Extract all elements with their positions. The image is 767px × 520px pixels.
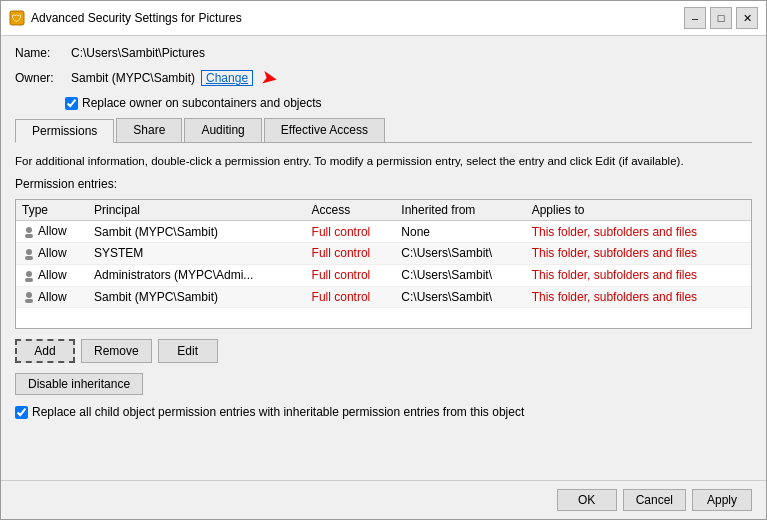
minimize-button[interactable]: – [684,7,706,29]
tab-effective-access[interactable]: Effective Access [264,118,385,142]
cell-type: Allow [16,286,88,308]
cell-applies: This folder, subfolders and files [526,286,751,308]
add-button[interactable]: Add [15,339,75,363]
table-row[interactable]: Allow Administrators (MYPC\Admi... Full … [16,264,751,286]
footer: OK Cancel Apply [1,480,766,519]
svg-rect-7 [25,278,33,282]
tabs-bar: Permissions Share Auditing Effective Acc… [15,118,752,143]
permission-entries-label: Permission entries: [15,177,752,191]
svg-rect-9 [25,299,33,303]
replace-permissions-label: Replace all child object permission entr… [32,405,524,419]
cell-access: Full control [306,221,396,243]
svg-point-6 [26,271,32,277]
cell-type: Allow [16,242,88,264]
svg-rect-3 [25,234,33,238]
arrow-indicator: ➤ [259,65,280,92]
tab-share[interactable]: Share [116,118,182,142]
col-access: Access [306,200,396,221]
replace-permissions-row: Replace all child object permission entr… [15,405,752,419]
cancel-button[interactable]: Cancel [623,489,686,511]
change-link[interactable]: Change [201,70,253,86]
cell-access: Full control [306,242,396,264]
cell-inherited: C:\Users\Sambit\ [395,286,525,308]
close-button[interactable]: ✕ [736,7,758,29]
title-controls: – □ ✕ [684,7,758,29]
cell-principal: Sambit (MYPC\Sambit) [88,286,306,308]
ok-button[interactable]: OK [557,489,617,511]
cell-type: Allow [16,264,88,286]
svg-text:🛡: 🛡 [12,13,22,24]
window-title: Advanced Security Settings for Pictures [31,11,684,25]
content-area: Name: C:\Users\Sambit\Pictures Owner: Sa… [1,36,766,480]
apply-button[interactable]: Apply [692,489,752,511]
table-row[interactable]: Allow SYSTEM Full control C:\Users\Sambi… [16,242,751,264]
main-window: 🛡 Advanced Security Settings for Picture… [0,0,767,520]
owner-value: Sambit (MYPC\Sambit) [71,71,195,85]
col-type: Type [16,200,88,221]
permission-table: Type Principal Access Inherited from App… [15,199,752,329]
cell-principal: Administrators (MYPC\Admi... [88,264,306,286]
window-icon: 🛡 [9,10,25,26]
table-row[interactable]: Allow Sambit (MYPC\Sambit) Full control … [16,286,751,308]
col-applies: Applies to [526,200,751,221]
title-bar: 🛡 Advanced Security Settings for Picture… [1,1,766,36]
cell-principal: Sambit (MYPC\Sambit) [88,221,306,243]
col-principal: Principal [88,200,306,221]
replace-owner-checkbox[interactable] [65,97,78,110]
action-buttons: Add Remove Edit [15,339,752,363]
svg-point-4 [26,249,32,255]
cell-applies: This folder, subfolders and files [526,264,751,286]
owner-label: Owner: [15,71,65,85]
disable-inheritance-button[interactable]: Disable inheritance [15,373,143,395]
replace-owner-checkbox-row: Replace owner on subcontainers and objec… [65,96,752,110]
cell-principal: SYSTEM [88,242,306,264]
tab-permissions[interactable]: Permissions [15,119,114,143]
cell-applies: This folder, subfolders and files [526,221,751,243]
col-inherited: Inherited from [395,200,525,221]
owner-row: Owner: Sambit (MYPC\Sambit) Change ➤ [15,66,752,90]
edit-button[interactable]: Edit [158,339,218,363]
cell-access: Full control [306,286,396,308]
name-label: Name: [15,46,65,60]
remove-button[interactable]: Remove [81,339,152,363]
cell-inherited: C:\Users\Sambit\ [395,264,525,286]
cell-applies: This folder, subfolders and files [526,242,751,264]
table-row[interactable]: Allow Sambit (MYPC\Sambit) Full control … [16,221,751,243]
svg-point-2 [26,227,32,233]
svg-rect-5 [25,256,33,260]
tab-auditing[interactable]: Auditing [184,118,261,142]
cell-inherited: None [395,221,525,243]
inheritance-row: Disable inheritance [15,373,752,395]
replace-owner-label: Replace owner on subcontainers and objec… [82,96,321,110]
name-row: Name: C:\Users\Sambit\Pictures [15,46,752,60]
replace-permissions-checkbox[interactable] [15,406,28,419]
maximize-button[interactable]: □ [710,7,732,29]
svg-point-8 [26,292,32,298]
name-value: C:\Users\Sambit\Pictures [71,46,205,60]
hint-text: For additional information, double-click… [15,153,752,169]
cell-access: Full control [306,264,396,286]
cell-type: Allow [16,221,88,243]
cell-inherited: C:\Users\Sambit\ [395,242,525,264]
